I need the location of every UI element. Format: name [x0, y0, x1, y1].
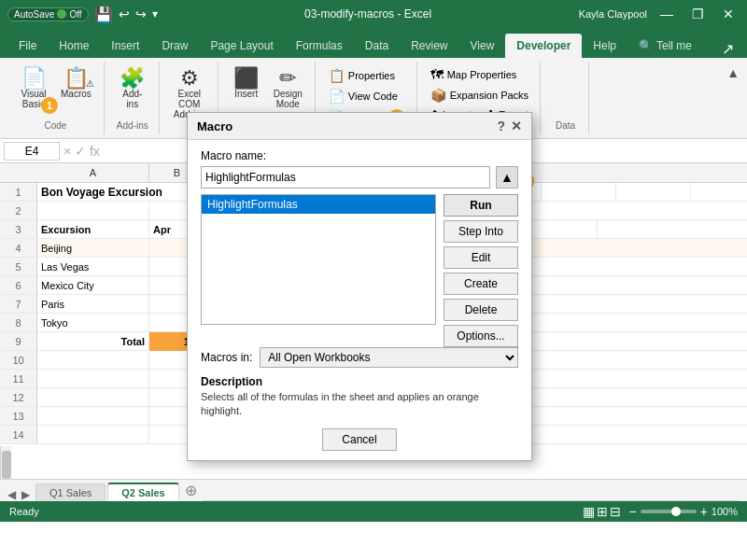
description-text: Selects all of the formulas in the sheet…	[201, 390, 518, 419]
macro-name-input[interactable]	[201, 166, 490, 189]
options-button[interactable]: Options...	[444, 325, 518, 347]
dialog-title-bar: Macro ? ✕	[188, 113, 531, 140]
dialog-list-col: HighlightFormulas	[201, 194, 436, 347]
macros-in-row: Macros in: All Open Workbooks	[201, 347, 518, 368]
dialog-body: Macro name: ▲ HighlightFormulas Run Step…	[188, 140, 531, 460]
dialog-close-icon[interactable]: ✕	[511, 119, 522, 133]
macro-name-label: Macro name:	[201, 149, 518, 162]
dialog-help-icon[interactable]: ?	[497, 119, 505, 133]
dialog-overlay: Macro ? ✕ Macro name: ▲ HighlightFormula…	[0, 0, 747, 560]
step-into-button[interactable]: Step Into	[444, 220, 518, 243]
macro-list[interactable]: HighlightFormulas	[201, 194, 436, 325]
dialog-list-area: HighlightFormulas Run Step Into Edit Cre…	[201, 194, 518, 347]
macros-in-select[interactable]: All Open Workbooks	[260, 347, 518, 368]
cancel-row: Cancel	[201, 425, 518, 451]
description-label: Description	[201, 375, 518, 388]
delete-button[interactable]: Delete	[444, 299, 518, 321]
dialog-title-icons: ? ✕	[497, 119, 522, 133]
macro-name-row: ▲	[201, 166, 518, 189]
create-button[interactable]: Create	[444, 273, 518, 295]
list-item[interactable]: HighlightFormulas	[202, 195, 435, 214]
macro-upload-btn[interactable]: ▲	[496, 166, 518, 189]
macro-dialog: Macro ? ✕ Macro name: ▲ HighlightFormula…	[187, 112, 532, 461]
dialog-title: Macro	[197, 119, 233, 133]
macros-in-label: Macros in:	[201, 351, 252, 364]
dialog-action-buttons: Run Step Into Edit Create Delete Options…	[444, 194, 518, 347]
cancel-button[interactable]: Cancel	[322, 428, 396, 451]
description-area: Description Selects all of the formulas …	[201, 375, 518, 419]
edit-button[interactable]: Edit	[444, 246, 518, 269]
run-button[interactable]: Run	[444, 194, 518, 217]
